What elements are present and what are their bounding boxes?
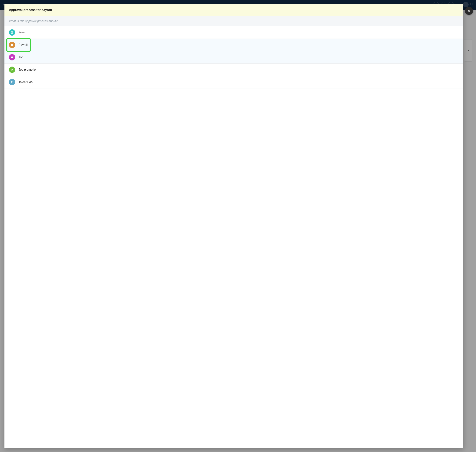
briefcase-icon [9,54,15,60]
option-form[interactable]: Form [4,26,463,39]
wallet-icon [9,42,15,48]
option-job[interactable]: Job [4,51,463,64]
modal-header: Approval process for payroll [4,4,463,16]
option-label: Payroll [19,43,28,47]
modal-question-row: What is this approval process about? [4,16,463,26]
close-icon [467,9,471,13]
modal-question-text: What is this approval process about? [9,20,459,23]
option-label: Talent Pool [19,80,33,84]
option-payroll[interactable]: Payroll [4,39,463,51]
option-list: Form Payroll Job Job promotion Talent Po [4,26,463,448]
svg-point-8 [13,82,13,82]
people-icon [9,79,15,85]
svg-point-7 [11,81,12,82]
option-talent-pool[interactable]: Talent Pool [4,76,463,88]
modal-title: Approval process for payroll [9,8,459,12]
option-label: Job [19,56,23,59]
list-icon [9,29,15,36]
option-label: Form [19,31,25,34]
approval-process-modal: Approval process for payroll What is thi… [4,4,463,448]
option-label: Job promotion [19,68,37,71]
svg-point-6 [11,70,12,71]
rss-icon [9,66,15,73]
close-button[interactable] [465,7,473,15]
option-job-promotion[interactable]: Job promotion [4,64,463,76]
